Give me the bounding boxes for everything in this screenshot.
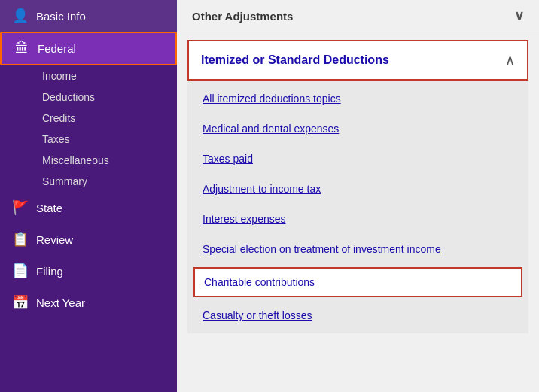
list-item-special-election[interactable]: Special election on treatment of investm… <box>187 234 528 264</box>
link-medical-dental[interactable]: Medical and dental expenses <box>203 123 339 135</box>
link-adjustment-income[interactable]: Adjustment to income tax <box>203 183 321 195</box>
sidebar: 👤 Basic Info 🏛 Federal Income Deductions… <box>0 0 177 392</box>
sidebar-subitem-miscellaneous[interactable]: Miscellaneous <box>36 150 177 171</box>
list-item-taxes-paid[interactable]: Taxes paid <box>187 144 528 174</box>
sidebar-label-filing: Filing <box>36 265 63 278</box>
sidebar-label-state: State <box>36 202 62 214</box>
main-content: Other Adjustments ∨ Itemized or Standard… <box>177 0 539 392</box>
link-taxes-paid[interactable]: Taxes paid <box>203 153 253 165</box>
federal-icon: 🏛 <box>14 41 30 56</box>
sidebar-subitem-taxes[interactable]: Taxes <box>36 129 177 150</box>
link-casualty-theft[interactable]: Casualty or theft losses <box>203 309 312 321</box>
link-interest-expenses[interactable]: Interest expenses <box>203 213 286 225</box>
itemized-header-link[interactable]: Itemized or Standard Deductions <box>201 53 389 67</box>
sidebar-item-next-year[interactable]: 📅 Next Year <box>0 287 177 318</box>
link-special-election[interactable]: Special election on treatment of investm… <box>203 243 441 255</box>
itemized-list: All itemized deductions topics Medical a… <box>187 81 528 333</box>
sidebar-item-review[interactable]: 📋 Review <box>0 223 177 255</box>
itemized-chevron: ∧ <box>505 52 515 68</box>
list-item-all-topics[interactable]: All itemized deductions topics <box>187 84 528 114</box>
list-item-charitable[interactable]: Charitable contributions <box>193 267 522 297</box>
sidebar-item-federal[interactable]: 🏛 Federal <box>0 32 177 65</box>
sidebar-subitem-credits[interactable]: Credits <box>36 108 177 129</box>
sidebar-item-state[interactable]: 🚩 State <box>0 192 177 223</box>
list-item-medical-dental[interactable]: Medical and dental expenses <box>187 114 528 144</box>
other-adjustments-header[interactable]: Other Adjustments ∨ <box>177 0 539 32</box>
other-adjustments-label: Other Adjustments <box>192 10 293 23</box>
sidebar-label-basic-info: Basic Info <box>36 10 86 23</box>
sidebar-subitem-deductions[interactable]: Deductions <box>36 87 177 108</box>
calendar-icon: 📅 <box>12 294 29 311</box>
sidebar-label-federal: Federal <box>38 42 76 55</box>
itemized-section: Itemized or Standard Deductions ∧ All it… <box>187 40 528 333</box>
person-icon: 👤 <box>12 8 29 24</box>
sidebar-label-next-year: Next Year <box>36 296 85 309</box>
other-adjustments-chevron: ∨ <box>514 8 524 24</box>
link-charitable[interactable]: Charitable contributions <box>204 276 315 288</box>
sidebar-subitem-income[interactable]: Income <box>36 65 177 87</box>
state-icon: 🚩 <box>12 199 29 216</box>
sidebar-subitem-summary[interactable]: Summary <box>36 171 177 192</box>
review-icon: 📋 <box>12 231 29 248</box>
filing-icon: 📄 <box>12 263 29 279</box>
federal-subitems: Income Deductions Credits Taxes Miscella… <box>0 65 177 192</box>
sidebar-item-basic-info[interactable]: 👤 Basic Info <box>0 0 177 32</box>
list-item-casualty-theft[interactable]: Casualty or theft losses <box>187 300 528 330</box>
itemized-header[interactable]: Itemized or Standard Deductions ∧ <box>187 40 528 81</box>
list-item-interest-expenses[interactable]: Interest expenses <box>187 204 528 234</box>
sidebar-item-filing[interactable]: 📄 Filing <box>0 255 177 287</box>
list-item-adjustment-income[interactable]: Adjustment to income tax <box>187 174 528 204</box>
link-all-topics[interactable]: All itemized deductions topics <box>203 93 341 105</box>
sidebar-label-review: Review <box>36 233 73 246</box>
